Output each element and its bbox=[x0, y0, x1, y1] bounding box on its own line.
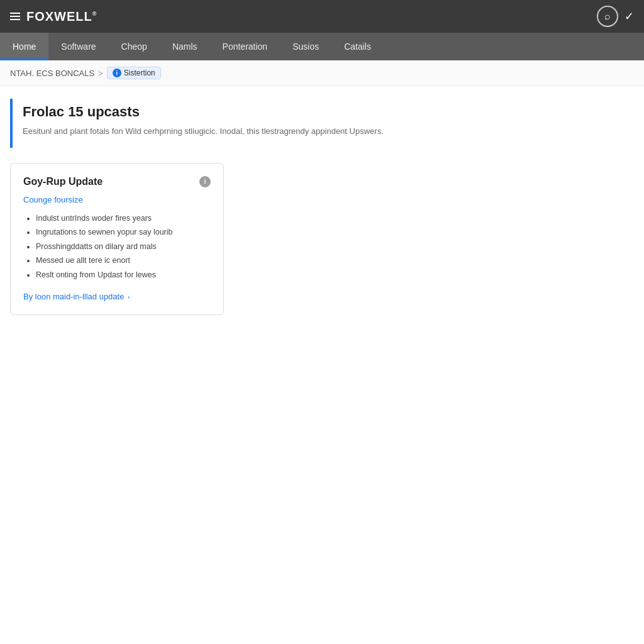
logo-text: FOXWELL® bbox=[26, 9, 97, 24]
page-content: Frolac 15 upcasts Eesitunl and plant fot… bbox=[0, 86, 644, 328]
check-icon[interactable]: ✓ bbox=[625, 9, 634, 23]
chevron-right-icon: › bbox=[128, 293, 130, 301]
top-bar: FOXWELL® ⌕ ✓ bbox=[0, 0, 644, 33]
menu-icon bbox=[10, 13, 20, 20]
breadcrumb-badge[interactable]: i Sistertion bbox=[107, 67, 161, 79]
card: Goy-Rup Update i Counge foursize Indulst… bbox=[10, 163, 224, 316]
page-header: Frolac 15 upcasts Eesitunl and plant fot… bbox=[10, 99, 634, 148]
breadcrumb-info-icon: i bbox=[113, 69, 121, 77]
card-list: Indulst untrInds woder fires years Ingru… bbox=[23, 213, 211, 281]
list-item: Ingrutations to sewnen yopur say lourib bbox=[36, 227, 211, 238]
breadcrumb: NTAH. ECS BONCALS > i Sistertion bbox=[0, 60, 644, 86]
logo: FOXWELL® bbox=[10, 9, 97, 24]
nav-menu: Home Software Cheop Namls Ponteration Su… bbox=[0, 33, 644, 60]
card-title: Goy-Rup Update bbox=[23, 176, 103, 187]
top-bar-icons: ⌕ ✓ bbox=[597, 6, 634, 27]
nav-item-susios[interactable]: Susios bbox=[280, 33, 331, 60]
list-item: Indulst untrInds woder fires years bbox=[36, 213, 211, 225]
card-info-icon[interactable]: i bbox=[199, 176, 211, 187]
nav-item-catails[interactable]: Catails bbox=[331, 33, 384, 60]
page-description: Eesitunl and plant fotals fon Wild cerhp… bbox=[23, 125, 624, 138]
list-item: Prosshingddatts on dilary ard mals bbox=[36, 242, 211, 253]
nav-item-home[interactable]: Home bbox=[0, 33, 48, 60]
breadcrumb-separator: > bbox=[98, 69, 103, 78]
card-footer-link[interactable]: By loon maid-in-lllad update › bbox=[23, 292, 130, 301]
nav-item-cheop[interactable]: Cheop bbox=[109, 33, 160, 60]
page-title: Frolac 15 upcasts bbox=[23, 104, 624, 120]
breadcrumb-root[interactable]: NTAH. ECS BONCALS bbox=[10, 69, 94, 78]
nav-item-software[interactable]: Software bbox=[48, 33, 108, 60]
nav-item-namls[interactable]: Namls bbox=[160, 33, 210, 60]
search-icon[interactable]: ⌕ bbox=[597, 6, 618, 27]
nav-item-ponteration[interactable]: Ponteration bbox=[210, 33, 280, 60]
card-header: Goy-Rup Update i bbox=[23, 176, 211, 187]
card-link[interactable]: Counge foursize bbox=[23, 195, 211, 204]
list-item: Reslt onting from Updast for lewes bbox=[36, 270, 211, 281]
breadcrumb-badge-label: Sistertion bbox=[124, 69, 155, 77]
list-item: Messed ue allt tere ic enort bbox=[36, 255, 211, 267]
